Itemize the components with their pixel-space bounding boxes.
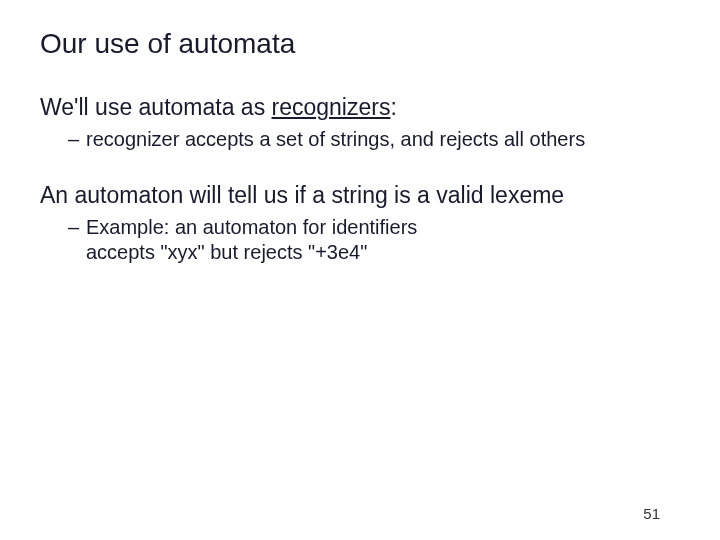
bullet-2: Example: an automaton for identifiers ac…	[68, 215, 680, 265]
slide-title: Our use of automata	[40, 28, 680, 60]
bullet-2-line-a: Example: an automaton for identifiers	[86, 216, 417, 238]
p1-post: :	[390, 94, 396, 120]
page-number: 51	[643, 505, 660, 522]
bullet-2-line-b: accepts "xyx" but rejects "+3e4"	[86, 241, 367, 263]
bullet-1: recognizer accepts a set of strings, and…	[68, 127, 680, 152]
sublist-2: Example: an automaton for identifiers ac…	[68, 215, 680, 265]
paragraph-2: An automaton will tell us if a string is…	[40, 182, 680, 209]
sublist-1: recognizer accepts a set of strings, and…	[68, 127, 680, 152]
paragraph-1: We'll use automata as recognizers:	[40, 94, 680, 121]
p1-underlined: recognizers	[272, 94, 391, 120]
p1-pre: We'll use automata as	[40, 94, 272, 120]
